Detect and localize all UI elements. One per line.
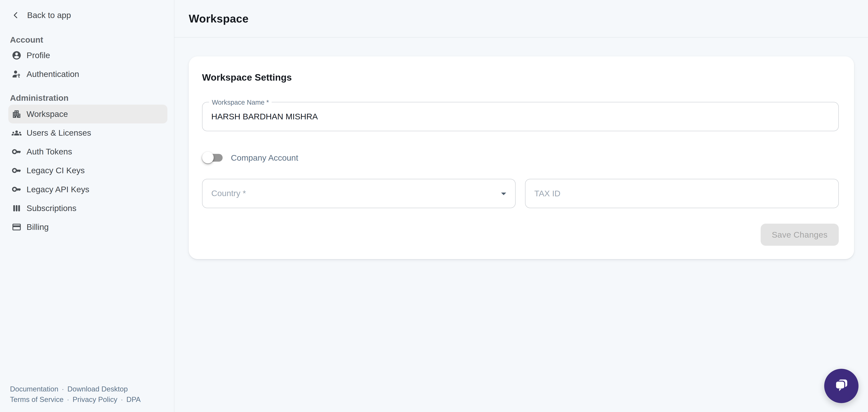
footer-row-2: Terms of Service·Privacy Policy·DPA — [10, 394, 141, 405]
chat-launcher-button[interactable] — [824, 369, 859, 403]
country-tax-row: Country * — [202, 179, 839, 208]
groups-icon — [11, 128, 22, 138]
sidebar-item-label: Authentication — [27, 69, 79, 79]
sidebar-item-label: Subscriptions — [27, 204, 76, 213]
sidebar-item-label: Billing — [27, 222, 49, 232]
sidebar-item-label: Profile — [27, 51, 50, 60]
footer-link-documentation[interactable]: Documentation — [10, 385, 58, 393]
footer-link-terms-of-service[interactable]: Terms of Service — [10, 395, 63, 404]
sidebar-item-label: Legacy CI Keys — [27, 166, 85, 175]
sidebar-item-auth-tokens[interactable]: Auth Tokens — [0, 142, 174, 161]
page-header: Workspace — [175, 0, 868, 38]
administration-nav: Workspace Users & Licenses Auth Tokens L… — [0, 105, 174, 236]
country-placeholder: Country * — [203, 179, 515, 208]
company-account-row: Company Account — [202, 150, 839, 166]
workspace-name-input[interactable] — [203, 102, 838, 131]
account-nav: Profile Authentication — [0, 46, 174, 84]
back-to-app-label: Back to app — [27, 10, 71, 20]
sidebar-item-label: Auth Tokens — [27, 147, 72, 156]
sidebar-item-label: Users & Licenses — [27, 128, 91, 138]
person-key-icon — [11, 69, 22, 79]
chat-bubbles-icon — [833, 376, 850, 396]
sidebar: Back to app Account Profile Authenticati… — [0, 0, 175, 412]
sidebar-item-workspace[interactable]: Workspace — [8, 105, 167, 123]
tax-id-input[interactable] — [525, 179, 838, 208]
footer-link-dpa[interactable]: DPA — [126, 395, 141, 404]
building-icon — [11, 109, 22, 119]
sidebar-item-profile[interactable]: Profile — [0, 46, 174, 65]
card-title: Workspace Settings — [202, 72, 839, 83]
workspace-name-field: Workspace Name * — [202, 102, 839, 131]
footer-separator: · — [121, 395, 123, 404]
workspace-name-label: Workspace Name * — [209, 98, 272, 106]
key-icon — [11, 166, 22, 175]
section-title-account: Account — [10, 34, 43, 46]
footer-row-1: Documentation·Download Desktop — [10, 384, 141, 394]
content-area: Workspace Settings Workspace Name * Comp… — [175, 38, 868, 412]
sidebar-item-legacy-ci-keys[interactable]: Legacy CI Keys — [0, 161, 174, 180]
sidebar-footer: Documentation·Download Desktop Terms of … — [10, 384, 141, 405]
footer-separator: · — [62, 385, 64, 393]
workspace-settings-card: Workspace Settings Workspace Name * Comp… — [189, 56, 854, 259]
toggle-thumb — [202, 152, 214, 164]
bars-icon — [11, 203, 22, 213]
account-circle-icon — [11, 50, 22, 60]
section-title-administration: Administration — [10, 92, 68, 104]
sidebar-item-authentication[interactable]: Authentication — [0, 65, 174, 84]
main-area: Workspace Workspace Settings Workspace N… — [175, 0, 868, 412]
sidebar-item-users-licenses[interactable]: Users & Licenses — [0, 123, 174, 142]
footer-link-privacy-policy[interactable]: Privacy Policy — [73, 395, 117, 404]
sidebar-item-legacy-api-keys[interactable]: Legacy API Keys — [0, 180, 174, 199]
save-row: Save Changes — [202, 224, 839, 246]
chevron-down-icon — [498, 187, 510, 200]
tax-id-field — [525, 179, 839, 208]
app-root: Back to app Account Profile Authenticati… — [0, 0, 868, 412]
chevron-left-icon — [11, 11, 20, 19]
page-title: Workspace — [189, 12, 249, 25]
sidebar-item-billing[interactable]: Billing — [0, 217, 174, 236]
key-icon — [11, 184, 22, 194]
sidebar-item-label: Workspace — [27, 109, 68, 119]
sidebar-item-subscriptions[interactable]: Subscriptions — [0, 199, 174, 217]
credit-card-icon — [11, 222, 22, 232]
back-to-app-button[interactable]: Back to app — [11, 10, 71, 20]
footer-separator: · — [67, 395, 69, 404]
country-select[interactable]: Country * — [202, 179, 516, 208]
footer-link-download-desktop[interactable]: Download Desktop — [67, 385, 128, 393]
sidebar-item-label: Legacy API Keys — [27, 185, 89, 194]
company-account-toggle[interactable] — [202, 152, 223, 164]
company-account-label: Company Account — [231, 153, 298, 163]
save-changes-button[interactable]: Save Changes — [761, 224, 839, 246]
key-icon — [11, 147, 22, 156]
